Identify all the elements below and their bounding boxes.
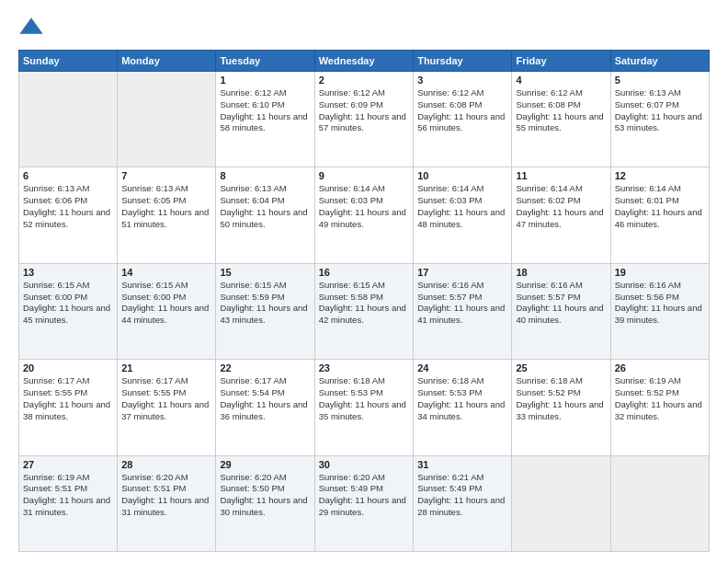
calendar-table: SundayMondayTuesdayWednesdayThursdayFrid… (18, 50, 710, 552)
calendar-cell: 7Sunrise: 6:13 AM Sunset: 6:05 PM Daylig… (118, 167, 216, 263)
day-info: Sunrise: 6:17 AM Sunset: 5:54 PM Dayligh… (220, 375, 310, 422)
calendar-cell: 6Sunrise: 6:13 AM Sunset: 6:06 PM Daylig… (19, 167, 118, 263)
calendar-cell: 5Sunrise: 6:13 AM Sunset: 6:07 PM Daylig… (610, 72, 709, 167)
day-info: Sunrise: 6:12 AM Sunset: 6:08 PM Dayligh… (516, 87, 606, 134)
calendar-cell: 27Sunrise: 6:19 AM Sunset: 5:51 PM Dayli… (19, 455, 118, 551)
calendar-cell: 2Sunrise: 6:12 AM Sunset: 6:09 PM Daylig… (314, 72, 413, 167)
day-info: Sunrise: 6:21 AM Sunset: 5:49 PM Dayligh… (417, 472, 507, 519)
calendar-cell: 26Sunrise: 6:19 AM Sunset: 5:52 PM Dayli… (610, 360, 709, 455)
day-number: 17 (417, 267, 507, 278)
day-number: 26 (615, 362, 705, 373)
calendar-cell: 21Sunrise: 6:17 AM Sunset: 5:55 PM Dayli… (118, 360, 216, 455)
day-info: Sunrise: 6:12 AM Sunset: 6:08 PM Dayligh… (417, 87, 507, 134)
calendar-cell: 18Sunrise: 6:16 AM Sunset: 5:57 PM Dayli… (512, 263, 610, 359)
day-info: Sunrise: 6:16 AM Sunset: 5:56 PM Dayligh… (615, 280, 705, 327)
day-info: Sunrise: 6:19 AM Sunset: 5:51 PM Dayligh… (23, 472, 113, 519)
day-number: 15 (220, 267, 310, 278)
calendar-cell: 31Sunrise: 6:21 AM Sunset: 5:49 PM Dayli… (414, 455, 512, 551)
day-number: 19 (615, 267, 705, 278)
column-header-tuesday: Tuesday (216, 51, 314, 72)
day-number: 22 (220, 362, 310, 373)
calendar-cell: 25Sunrise: 6:18 AM Sunset: 5:52 PM Dayli… (512, 360, 610, 455)
column-header-thursday: Thursday (414, 51, 512, 72)
day-number: 6 (23, 170, 113, 181)
calendar-cell: 15Sunrise: 6:15 AM Sunset: 5:59 PM Dayli… (216, 263, 314, 359)
day-number: 9 (319, 170, 409, 181)
day-number: 8 (220, 170, 310, 181)
calendar-cell (19, 72, 118, 167)
day-number: 25 (516, 362, 606, 373)
day-number: 2 (319, 75, 409, 86)
day-info: Sunrise: 6:15 AM Sunset: 5:58 PM Dayligh… (319, 280, 409, 327)
day-info: Sunrise: 6:13 AM Sunset: 6:04 PM Dayligh… (220, 183, 310, 230)
day-number: 24 (417, 362, 507, 373)
day-number: 14 (121, 267, 211, 278)
calendar-cell: 3Sunrise: 6:12 AM Sunset: 6:08 PM Daylig… (414, 72, 512, 167)
calendar-cell: 13Sunrise: 6:15 AM Sunset: 6:00 PM Dayli… (19, 263, 118, 359)
column-header-friday: Friday (512, 51, 610, 72)
calendar-cell: 24Sunrise: 6:18 AM Sunset: 5:53 PM Dayli… (414, 360, 512, 455)
logo-icon (18, 15, 44, 40)
day-info: Sunrise: 6:12 AM Sunset: 6:09 PM Dayligh… (319, 87, 409, 134)
calendar-cell: 16Sunrise: 6:15 AM Sunset: 5:58 PM Dayli… (314, 263, 413, 359)
day-info: Sunrise: 6:17 AM Sunset: 5:55 PM Dayligh… (121, 375, 211, 422)
day-info: Sunrise: 6:15 AM Sunset: 6:00 PM Dayligh… (121, 280, 211, 327)
day-number: 16 (319, 267, 409, 278)
page: SundayMondayTuesdayWednesdayThursdayFrid… (0, 0, 728, 563)
day-number: 31 (417, 459, 507, 470)
calendar-week-3: 13Sunrise: 6:15 AM Sunset: 6:00 PM Dayli… (19, 263, 710, 359)
calendar-cell: 17Sunrise: 6:16 AM Sunset: 5:57 PM Dayli… (414, 263, 512, 359)
day-number: 5 (615, 75, 705, 86)
day-info: Sunrise: 6:16 AM Sunset: 5:57 PM Dayligh… (516, 280, 606, 327)
calendar-cell: 4Sunrise: 6:12 AM Sunset: 6:08 PM Daylig… (512, 72, 610, 167)
day-number: 21 (121, 362, 211, 373)
day-number: 4 (516, 75, 606, 86)
day-number: 11 (516, 170, 606, 181)
day-info: Sunrise: 6:13 AM Sunset: 6:07 PM Dayligh… (615, 87, 705, 134)
day-info: Sunrise: 6:15 AM Sunset: 6:00 PM Dayligh… (23, 280, 113, 327)
calendar-week-1: 1Sunrise: 6:12 AM Sunset: 6:10 PM Daylig… (19, 72, 710, 167)
calendar-cell (512, 455, 610, 551)
day-info: Sunrise: 6:20 AM Sunset: 5:50 PM Dayligh… (220, 472, 310, 519)
day-info: Sunrise: 6:19 AM Sunset: 5:52 PM Dayligh… (615, 375, 705, 422)
calendar-cell: 23Sunrise: 6:18 AM Sunset: 5:53 PM Dayli… (314, 360, 413, 455)
calendar-cell: 1Sunrise: 6:12 AM Sunset: 6:10 PM Daylig… (216, 72, 314, 167)
calendar-cell: 8Sunrise: 6:13 AM Sunset: 6:04 PM Daylig… (216, 167, 314, 263)
day-info: Sunrise: 6:16 AM Sunset: 5:57 PM Dayligh… (417, 280, 507, 327)
day-number: 28 (121, 459, 211, 470)
day-number: 12 (615, 170, 705, 181)
day-info: Sunrise: 6:18 AM Sunset: 5:52 PM Dayligh… (516, 375, 606, 422)
calendar-header-row: SundayMondayTuesdayWednesdayThursdayFrid… (19, 51, 710, 72)
calendar-cell (118, 72, 216, 167)
day-number: 27 (23, 459, 113, 470)
day-number: 10 (417, 170, 507, 181)
svg-marker-0 (20, 18, 42, 34)
day-info: Sunrise: 6:18 AM Sunset: 5:53 PM Dayligh… (319, 375, 409, 422)
calendar-cell: 10Sunrise: 6:14 AM Sunset: 6:03 PM Dayli… (414, 167, 512, 263)
calendar-week-4: 20Sunrise: 6:17 AM Sunset: 5:55 PM Dayli… (19, 360, 710, 455)
column-header-monday: Monday (118, 51, 216, 72)
day-info: Sunrise: 6:14 AM Sunset: 6:03 PM Dayligh… (319, 183, 409, 230)
day-info: Sunrise: 6:20 AM Sunset: 5:51 PM Dayligh… (121, 472, 211, 519)
calendar-cell: 22Sunrise: 6:17 AM Sunset: 5:54 PM Dayli… (216, 360, 314, 455)
day-number: 13 (23, 267, 113, 278)
day-number: 1 (220, 75, 310, 86)
logo (18, 15, 48, 40)
day-info: Sunrise: 6:13 AM Sunset: 6:05 PM Dayligh… (121, 183, 211, 230)
calendar-cell: 12Sunrise: 6:14 AM Sunset: 6:01 PM Dayli… (610, 167, 709, 263)
calendar-cell: 30Sunrise: 6:20 AM Sunset: 5:49 PM Dayli… (314, 455, 413, 551)
day-info: Sunrise: 6:12 AM Sunset: 6:10 PM Dayligh… (220, 87, 310, 134)
day-info: Sunrise: 6:20 AM Sunset: 5:49 PM Dayligh… (319, 472, 409, 519)
calendar-cell: 28Sunrise: 6:20 AM Sunset: 5:51 PM Dayli… (118, 455, 216, 551)
day-info: Sunrise: 6:14 AM Sunset: 6:02 PM Dayligh… (516, 183, 606, 230)
calendar-cell: 11Sunrise: 6:14 AM Sunset: 6:02 PM Dayli… (512, 167, 610, 263)
day-number: 23 (319, 362, 409, 373)
calendar-week-2: 6Sunrise: 6:13 AM Sunset: 6:06 PM Daylig… (19, 167, 710, 263)
column-header-saturday: Saturday (610, 51, 709, 72)
day-info: Sunrise: 6:13 AM Sunset: 6:06 PM Dayligh… (23, 183, 113, 230)
calendar-week-5: 27Sunrise: 6:19 AM Sunset: 5:51 PM Dayli… (19, 455, 710, 551)
day-number: 29 (220, 459, 310, 470)
day-number: 20 (23, 362, 113, 373)
column-header-wednesday: Wednesday (314, 51, 413, 72)
day-info: Sunrise: 6:14 AM Sunset: 6:01 PM Dayligh… (615, 183, 705, 230)
